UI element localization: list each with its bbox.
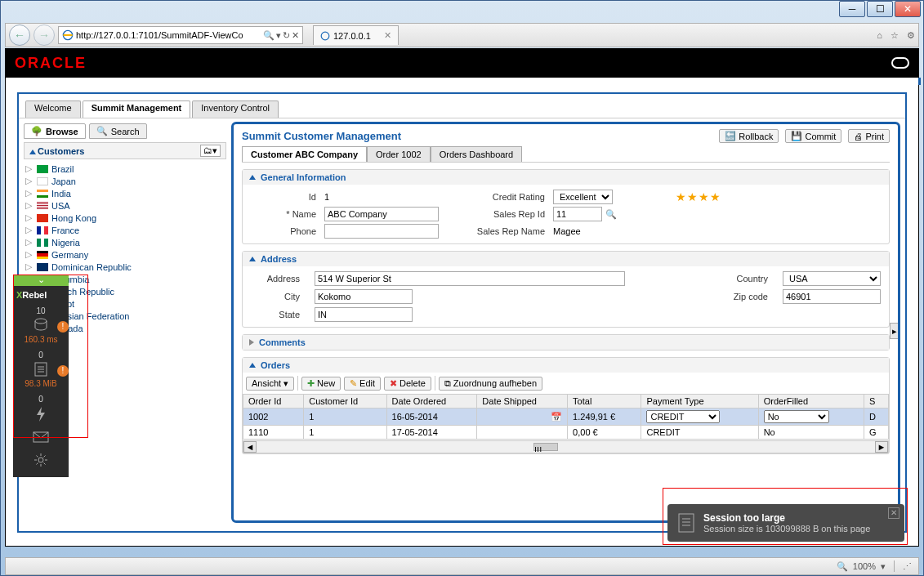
tree-item-japan[interactable]: ▷Japan [24, 175, 226, 187]
tab-close-icon[interactable]: ✕ [384, 30, 391, 41]
xrebel-bolt-button[interactable]: 0 [13, 391, 69, 426]
addr-input[interactable] [315, 271, 625, 286]
xrebel-db-button[interactable]: 10 160.3 ms ! [13, 303, 69, 347]
table-cell: 1110 [243, 426, 304, 440]
tree-item-india[interactable]: ▷India [24, 187, 226, 199]
tree-item-germany[interactable]: ▷Germany [24, 248, 226, 261]
phone-input[interactable] [324, 224, 439, 239]
xrebel-logo: XRebel [13, 286, 69, 303]
splitter-right-icon[interactable]: ▸ [890, 323, 899, 339]
back-button[interactable]: ← [9, 25, 30, 46]
credit-select[interactable]: Excellent [553, 190, 613, 204]
delete-button[interactable]: ✖Delete [384, 377, 431, 391]
country-select[interactable]: USA [783, 271, 881, 286]
lookup-icon[interactable]: 🔍 [605, 209, 617, 220]
home-icon[interactable]: ⌂ [877, 30, 882, 41]
ie-logo-icon [320, 31, 330, 41]
favorites-icon[interactable]: ☆ [891, 30, 899, 41]
window-maximize-button[interactable]: ☐ [867, 1, 893, 17]
print-button[interactable]: 🖨Print [848, 129, 890, 143]
payment-select[interactable]: CREDIT [646, 410, 720, 423]
scroll-thumb[interactable]: ııı [533, 443, 558, 451]
city-input[interactable] [315, 289, 413, 304]
col-header[interactable]: Payment Type [641, 395, 758, 409]
zoom-dropdown-icon[interactable]: ▾ [881, 561, 886, 572]
chevron-right-icon: ▷ [25, 200, 33, 211]
tree-item-usa[interactable]: ▷USA [24, 199, 226, 212]
browse-tab[interactable]: 🌳 Browse [24, 123, 86, 139]
col-header[interactable]: OrderFilled [758, 395, 864, 409]
resize-grip-icon[interactable]: ⋰ [903, 561, 912, 572]
toast-close-icon[interactable]: ✕ [888, 507, 899, 519]
xrebel-mail-button[interactable] [13, 426, 69, 448]
rollback-button[interactable]: 🔙Rollback [719, 129, 779, 143]
rollback-icon: 🔙 [725, 131, 736, 141]
repid-input[interactable] [553, 207, 602, 221]
tree-item-hong-kong[interactable]: ▷Hong Kong [24, 212, 226, 224]
col-header[interactable]: Total [568, 395, 641, 409]
table-row[interactable]: 1110117-05-20140,00 €CREDITNoG [243, 426, 889, 440]
col-header[interactable]: Order Id [243, 395, 304, 409]
flag-icon [37, 226, 48, 234]
commit-button[interactable]: 💾Commit [785, 129, 841, 143]
detach-label: Zuordnung aufheben [453, 378, 537, 388]
chevron-right-icon[interactable] [249, 339, 254, 346]
name-input[interactable] [324, 207, 439, 221]
detach-button[interactable]: ⧉Zuordnung aufheben [439, 377, 542, 391]
address-input[interactable] [76, 28, 257, 42]
col-header[interactable]: Date Shipped [477, 395, 568, 409]
state-input[interactable] [315, 307, 413, 322]
xrebel-settings-button[interactable] [13, 448, 69, 472]
sub-tab-customer[interactable]: Customer ABC Company [242, 146, 367, 162]
zip-input[interactable] [783, 289, 881, 304]
scroll-right-icon[interactable]: ► [875, 441, 888, 453]
chevron-right-icon: ▷ [25, 225, 33, 235]
col-header[interactable]: Customer Id [304, 395, 386, 409]
customers-menu-icon[interactable]: 🗂▾ [200, 145, 221, 157]
table-row[interactable]: 1002116-05-2014📅1.249,91 €CREDITNoD [243, 409, 889, 426]
new-label: New [317, 378, 335, 388]
stop-icon[interactable]: ✕ [292, 30, 299, 41]
col-header[interactable]: S [864, 395, 888, 409]
edit-icon: ✎ [350, 378, 357, 389]
search-icon[interactable]: 🔍 [263, 30, 275, 41]
tools-gear-icon[interactable]: ⚙ [907, 30, 915, 41]
scroll-left-icon[interactable]: ◄ [243, 441, 257, 453]
edit-button[interactable]: ✎Edit [344, 377, 381, 391]
gear-icon [33, 453, 48, 467]
delete-label: Delete [400, 378, 426, 388]
table-cell: 1.249,91 € [568, 409, 641, 426]
view-menu-button[interactable]: Ansicht ▾ [246, 377, 294, 391]
col-header[interactable]: Date Ordered [386, 395, 477, 409]
tab-inventory-control[interactable]: Inventory Control [192, 100, 279, 118]
flag-icon [37, 177, 48, 185]
date-picker-icon[interactable]: 📅 [551, 412, 562, 422]
forward-button[interactable]: → [33, 25, 55, 46]
table-cell: 1 [304, 409, 386, 426]
svg-point-2 [35, 319, 47, 324]
window-close-button[interactable]: ✕ [895, 1, 921, 17]
refresh-icon[interactable]: ↻ [283, 30, 290, 41]
tab-summit-management[interactable]: Summit Management [83, 100, 191, 118]
delete-icon: ✖ [390, 378, 397, 389]
dropdown-icon[interactable]: ▾ [276, 30, 281, 41]
table-cell: 17-05-2014 [386, 426, 477, 440]
tree-item-nigeria[interactable]: ▷Nigeria [24, 236, 226, 248]
tab-welcome[interactable]: Welcome [25, 100, 81, 118]
xrebel-expand-icon[interactable]: ⌄ [13, 275, 69, 286]
window-minimize-button[interactable]: ─ [839, 1, 865, 17]
browser-tab[interactable]: 127.0.0.1 ✕ [313, 25, 399, 45]
sub-tab-dashboard[interactable]: Orders Dashboard [431, 146, 523, 162]
search-tab[interactable]: 🔍 Search [89, 123, 147, 139]
tree-item-dominican-republic[interactable]: ▷Dominican Republic [24, 261, 226, 273]
horizontal-scrollbar[interactable]: ◄ ııı ► [243, 440, 889, 453]
zoom-icon[interactable]: 🔍 [837, 561, 848, 572]
sub-tab-order[interactable]: Order 1002 [367, 146, 431, 162]
tree-item-brazil[interactable]: ▷Brazil [24, 163, 226, 175]
tree-item-france[interactable]: ▷France [24, 224, 226, 236]
xrebel-app-button[interactable]: 0 98.3 MiB ! [13, 347, 69, 391]
new-button[interactable]: ✚New [301, 377, 341, 391]
table-cell: G [864, 426, 888, 440]
filled-select[interactable]: No [764, 410, 829, 423]
document-icon [33, 361, 48, 377]
